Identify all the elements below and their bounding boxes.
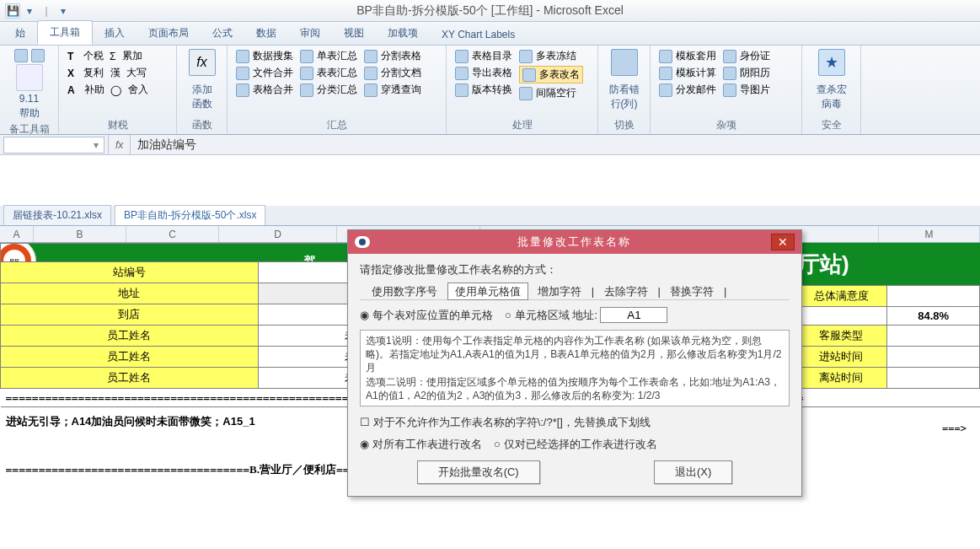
tab-cellval[interactable]: 使用单元格值 bbox=[447, 283, 528, 300]
dialog-instruction: 请指定修改批量修改工作表名称的方式： bbox=[360, 262, 790, 277]
btn-calendar[interactable]: 阴阳历 bbox=[723, 66, 770, 80]
btn-sheet-sum[interactable]: 表表汇总 bbox=[300, 66, 357, 80]
ribbon-tab-review[interactable]: 审阅 bbox=[288, 22, 332, 45]
btn-file-merge[interactable]: 文件合并 bbox=[236, 66, 293, 80]
radio-each-sheet[interactable]: 每个表对应位置的单元格 bbox=[360, 309, 493, 321]
cell-emp1-label[interactable]: 员工姓名 bbox=[1, 326, 259, 347]
quick-access-toolbar: 💾 ▾ | ▾ bbox=[5, 3, 67, 19]
header-text-right: 厅站) bbox=[795, 243, 980, 285]
prevent-icon[interactable] bbox=[611, 49, 638, 76]
ribbon: 9.11 帮助 备工具箱 T 个税 Σ 累加 X 复利 漢 大写 A 补助 ◯ … bbox=[0, 46, 980, 135]
workbook-tab-1[interactable]: 届链接表-10.21.xlsx bbox=[3, 205, 111, 225]
cell-svc-label[interactable]: 客服类型 bbox=[795, 326, 887, 347]
btn-single-sum[interactable]: 单表汇总 bbox=[300, 49, 357, 63]
btn-split-doc[interactable]: 分割文档 bbox=[364, 66, 421, 80]
ribbon-group-secure: ★ 查杀宏 病毒 安全 bbox=[802, 46, 861, 134]
tab-replace[interactable]: 替换字符 bbox=[663, 283, 720, 299]
ribbon-tab-start[interactable]: 始 bbox=[3, 22, 37, 45]
cell-emp2-label[interactable]: 员工姓名 bbox=[1, 347, 259, 368]
brush-icon[interactable] bbox=[14, 49, 28, 62]
dialog-title: 批量修改工作表名称 bbox=[377, 234, 771, 250]
qat-dropdown-icon[interactable]: ▾ bbox=[25, 3, 34, 19]
ribbon-group-toolbox: 9.11 帮助 备工具箱 bbox=[0, 46, 59, 134]
btn-subsidy[interactable]: A 补助 ◯ 舍入 bbox=[67, 83, 148, 97]
exit-button[interactable]: 退出(X) bbox=[654, 460, 732, 484]
btn-freeze[interactable]: 多表冻结 bbox=[519, 49, 583, 63]
btn-split-table[interactable]: 分割表格 bbox=[364, 49, 421, 63]
ribbon-group-summary: 数据搜集 文件合并 表格合并 单表汇总 表表汇总 分类汇总 分割表格 分割文档 … bbox=[228, 46, 447, 134]
btn-template-calc[interactable]: 模板计算 bbox=[659, 66, 716, 80]
btn-export[interactable]: 导出表格 bbox=[455, 66, 512, 80]
ribbon-tab-view[interactable]: 视图 bbox=[332, 22, 376, 45]
star-icon[interactable]: ★ bbox=[818, 49, 845, 76]
version-icon[interactable] bbox=[16, 64, 43, 91]
ribbon-group-process: 表格目录 导出表格 版本转换 多表冻结 多表改名 间隔空行 处理 bbox=[447, 46, 598, 134]
qat-save-icon[interactable]: 💾 bbox=[5, 3, 20, 19]
btn-toc[interactable]: 表格目录 bbox=[455, 49, 512, 63]
dialog-title-bar[interactable]: 批量修改工作表名称 ✕ bbox=[348, 230, 801, 254]
checkbox-replace-invalid[interactable]: 对于不允许作为工作表名称的字符\:/?*[]，先替换成下划线 bbox=[360, 416, 651, 428]
btn-version[interactable]: 版本转换 bbox=[455, 83, 512, 97]
col-C[interactable]: C bbox=[126, 226, 219, 242]
qat-dropdown2-icon[interactable]: ▾ bbox=[59, 3, 67, 19]
cell-entertime-label[interactable]: 进站时间 bbox=[795, 347, 887, 368]
tab-remove[interactable]: 去除字符 bbox=[597, 283, 655, 299]
btn-compound[interactable]: X 复利 漢 大写 bbox=[67, 66, 148, 80]
dialog-close-button[interactable]: ✕ bbox=[771, 234, 795, 250]
ribbon-tab-layout[interactable]: 页面布局 bbox=[137, 22, 201, 45]
ribbon-tab-insert[interactable]: 插入 bbox=[93, 22, 137, 45]
formula-input[interactable]: 加油站编号 bbox=[131, 137, 980, 153]
tab-add[interactable]: 增加字符 bbox=[531, 283, 588, 299]
ribbon-tab-strip: 始 工具箱 插入 页面布局 公式 数据 审阅 视图 加载项 XY Chart L… bbox=[0, 22, 980, 46]
start-rename-button[interactable]: 开始批量改名(C) bbox=[417, 460, 540, 484]
equals-arrow: ===> bbox=[942, 423, 967, 434]
btn-exportimg[interactable]: 导图片 bbox=[723, 83, 770, 97]
radio-range[interactable]: 单元格区域 地址: bbox=[505, 309, 597, 321]
fx-icon[interactable]: fx bbox=[189, 49, 216, 76]
workbook-tabs: 届链接表-10.21.xlsx BP非自助-拆分模版-50个.xlsx bbox=[0, 206, 980, 226]
radio-all-sheets[interactable]: 对所有工作表进行改名 bbox=[360, 438, 482, 450]
btn-drill[interactable]: 穿透查询 bbox=[364, 83, 421, 97]
ribbon-group-tax: T 个税 Σ 累加 X 复利 漢 大写 A 补助 ◯ 舍入 财税 bbox=[59, 46, 177, 134]
cell-station-id-label[interactable]: 站编号 bbox=[1, 262, 259, 283]
window-title: BP非自助-拆分模版-50个 [工作组] - Microsoft Excel bbox=[356, 3, 624, 19]
btn-data-collect[interactable]: 数据搜集 bbox=[236, 49, 293, 63]
tab-num[interactable]: 使用数字序号 bbox=[365, 283, 444, 299]
radio-selected-sheets[interactable]: 仅对已经选择的工作表进行改名 bbox=[494, 438, 656, 450]
btn-tax[interactable]: T 个税 Σ 累加 bbox=[67, 49, 148, 63]
btn-table-merge[interactable]: 表格合并 bbox=[236, 83, 293, 97]
cell-satisfaction-label[interactable]: 总体满意度 bbox=[795, 286, 887, 307]
eye-icon bbox=[355, 236, 370, 248]
rename-dialog: 批量修改工作表名称 ✕ 请指定修改批量修改工作表名称的方式： 使用数字序号 使用… bbox=[347, 229, 802, 497]
settings-icon[interactable] bbox=[31, 49, 45, 62]
logo-icon: BP bbox=[1, 244, 37, 262]
ribbon-tab-formula[interactable]: 公式 bbox=[201, 22, 244, 45]
ribbon-tab-toolbox[interactable]: 工具箱 bbox=[37, 20, 93, 45]
cell-leavetime-label[interactable]: 离站时间 bbox=[795, 368, 887, 389]
btn-mail[interactable]: 分发邮件 bbox=[659, 83, 716, 97]
col-M[interactable]: M bbox=[879, 226, 980, 242]
address-input[interactable] bbox=[600, 307, 667, 323]
btn-idcard[interactable]: 身份证 bbox=[723, 49, 770, 63]
ribbon-tab-addins[interactable]: 加载项 bbox=[376, 22, 430, 45]
cell-arrive-label[interactable]: 到店 bbox=[1, 304, 259, 326]
workbook-tab-2[interactable]: BP非自助-拆分模版-50个.xlsx bbox=[115, 205, 265, 225]
header-text-left: 驾 bbox=[304, 253, 315, 262]
col-D[interactable]: D bbox=[219, 226, 337, 242]
col-B[interactable]: B bbox=[34, 226, 126, 242]
btn-rename[interactable]: 多表改名 bbox=[519, 66, 583, 83]
fx-icon[interactable]: fx bbox=[108, 135, 131, 154]
btn-blankrow[interactable]: 间隔空行 bbox=[519, 86, 583, 100]
ribbon-tab-data[interactable]: 数据 bbox=[244, 22, 288, 45]
cell-emp3-label[interactable]: 员工姓名 bbox=[1, 368, 259, 389]
cell-satisfaction[interactable]: 84.8% bbox=[887, 307, 980, 326]
ribbon-group-misc: 模板套用 模板计算 分发邮件 身份证 阴阳历 导图片 杂项 bbox=[651, 46, 802, 134]
formula-bar: ▾ fx 加油站编号 bbox=[0, 135, 980, 155]
btn-class-sum[interactable]: 分类汇总 bbox=[300, 83, 357, 97]
ribbon-tab-xychart[interactable]: XY Chart Labels bbox=[430, 24, 527, 45]
ribbon-group-switch: 防看错 行(列) 切换 bbox=[598, 46, 651, 134]
col-A[interactable]: A bbox=[0, 226, 34, 242]
cell-addr-label[interactable]: 地址 bbox=[1, 283, 259, 304]
btn-template[interactable]: 模板套用 bbox=[659, 49, 716, 63]
name-box[interactable]: ▾ bbox=[3, 137, 104, 153]
